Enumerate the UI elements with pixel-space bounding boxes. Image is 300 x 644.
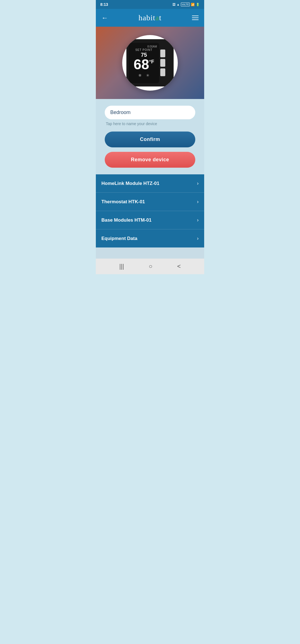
bottom-navigation: ||| ○ < bbox=[96, 259, 204, 274]
homelink-label: HomeLink Module HTZ-01 bbox=[101, 181, 159, 186]
battery-icon: 🔋 bbox=[196, 3, 200, 6]
signal-icon: 📶 bbox=[191, 3, 195, 6]
menu-item-thermostat[interactable]: Thermostat HTK-01 › bbox=[96, 193, 204, 211]
device-name-wrapper[interactable] bbox=[105, 106, 195, 119]
device-setpoint-label: SET POINT bbox=[135, 48, 152, 51]
footer-space bbox=[96, 247, 204, 259]
app-logo: habitat bbox=[138, 13, 161, 22]
menu-line-1 bbox=[192, 16, 199, 16]
device-time: 8:00AM bbox=[148, 45, 157, 48]
homelink-arrow-icon: › bbox=[197, 180, 199, 186]
image-icon: 🖼 bbox=[172, 3, 176, 6]
side-btn-2 bbox=[160, 59, 165, 67]
status-icons: 🖼 ▲ VoLTE 📶 🔋 bbox=[172, 3, 200, 6]
menu-line-2 bbox=[192, 18, 199, 18]
confirm-button[interactable]: Confirm bbox=[105, 132, 195, 147]
device-name-hint: Tap here to name your device bbox=[105, 122, 195, 126]
equipment-data-label: Equipment Data bbox=[101, 236, 137, 241]
logo-accent: a bbox=[155, 13, 159, 22]
temp-value: 68 bbox=[134, 58, 149, 71]
thermostat-image: 8:00AM SET POINT 75 68 °F ❄ ✳ bbox=[122, 35, 178, 91]
menu-item-equipment-data[interactable]: Equipment Data › bbox=[96, 229, 204, 247]
status-time: 8:13 bbox=[100, 2, 108, 7]
device-temperature: 68 °F bbox=[134, 58, 154, 71]
base-modules-arrow-icon: › bbox=[197, 217, 199, 223]
menu-item-base-modules[interactable]: Base Modules HTM-01 › bbox=[96, 211, 204, 229]
menu-line-3 bbox=[192, 19, 199, 20]
thermostat-label: Thermostat HTK-01 bbox=[101, 199, 145, 205]
device-side-buttons bbox=[160, 49, 165, 76]
device-name-input[interactable] bbox=[110, 110, 190, 115]
side-btn-3 bbox=[160, 68, 165, 76]
cool-icon: ❄ bbox=[138, 73, 142, 78]
home-button[interactable]: ○ bbox=[149, 263, 152, 270]
base-modules-label: Base Modules HTM-01 bbox=[101, 217, 151, 223]
equipment-data-arrow-icon: › bbox=[197, 236, 199, 241]
status-bar: 8:13 🖼 ▲ VoLTE 📶 🔋 bbox=[96, 0, 204, 9]
menu-button[interactable] bbox=[192, 16, 199, 20]
side-btn-1 bbox=[160, 49, 165, 57]
content-area: Tap here to name your device Confirm Rem… bbox=[96, 99, 204, 174]
remove-device-button[interactable]: Remove device bbox=[105, 152, 195, 168]
thermostat-arrow-icon: › bbox=[197, 199, 199, 205]
volte-icon: VoLTE bbox=[181, 3, 190, 6]
back-nav-button[interactable]: < bbox=[177, 263, 181, 270]
menu-item-homelink[interactable]: HomeLink Module HTZ-01 › bbox=[96, 174, 204, 193]
menu-list: HomeLink Module HTZ-01 › Thermostat HTK-… bbox=[96, 174, 204, 247]
recent-apps-button[interactable]: ||| bbox=[119, 263, 124, 270]
device-screen: 8:00AM SET POINT 75 68 °F ❄ ✳ bbox=[129, 43, 159, 83]
fan-icon: ✳ bbox=[146, 73, 149, 78]
wifi-icon: ▲ bbox=[177, 3, 180, 6]
device-mode-icons: ❄ ✳ bbox=[138, 73, 149, 78]
thermostat-device: 8:00AM SET POINT 75 68 °F ❄ ✳ bbox=[126, 39, 174, 86]
header: ← habitat bbox=[96, 9, 204, 27]
hero-section: 8:00AM SET POINT 75 68 °F ❄ ✳ bbox=[96, 27, 204, 99]
back-button[interactable]: ← bbox=[101, 14, 108, 22]
temp-unit: °F bbox=[149, 59, 154, 64]
